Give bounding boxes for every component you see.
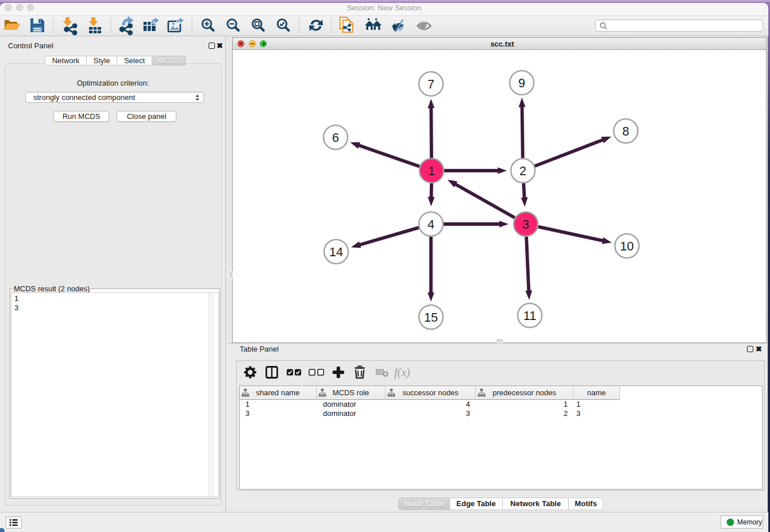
- svg-text:3: 3: [522, 218, 529, 232]
- svg-text:7: 7: [428, 78, 434, 91]
- svg-text:15: 15: [424, 311, 438, 325]
- svg-text:4: 4: [428, 218, 434, 232]
- svg-text:9: 9: [518, 76, 525, 90]
- svg-text:2: 2: [519, 164, 526, 178]
- svg-text:f(x): f(x): [394, 366, 410, 379]
- svg-text:1: 1: [428, 164, 435, 178]
- svg-text:6: 6: [332, 131, 339, 145]
- svg-text:8: 8: [622, 125, 629, 138]
- svg-text:10: 10: [620, 240, 634, 253]
- svg-text:11: 11: [523, 309, 536, 323]
- svg-text:14: 14: [329, 245, 343, 259]
